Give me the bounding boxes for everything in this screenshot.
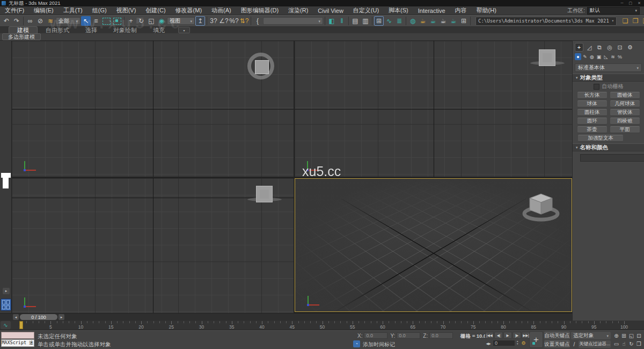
menu-item[interactable]: 编辑(E) <box>29 6 58 14</box>
polygon-modeling-panel-button[interactable]: 多边形建模 <box>2 33 41 40</box>
previous-frame-button[interactable]: ◀| <box>494 332 503 339</box>
frame-spinner[interactable]: ▲▼ <box>516 340 518 346</box>
project-folder-icon-1[interactable]: ❏ <box>620 16 630 26</box>
primitive-button[interactable]: 球体 <box>577 100 607 107</box>
material-editor-icon[interactable]: ◍ <box>408 16 418 26</box>
next-frame-button[interactable]: |▶ <box>513 332 521 339</box>
project-folder-field[interactable]: C:\Users\Administrator\Documents\3ds Max… <box>475 17 617 26</box>
menu-item[interactable]: 文件(F) <box>0 6 29 14</box>
menu-item[interactable]: 帮助(H) <box>472 6 501 14</box>
current-frame-marker[interactable] <box>19 321 23 329</box>
time-slider-handle[interactable]: 0 / 100 <box>20 314 57 320</box>
select-object-icon[interactable]: ↖ <box>81 16 91 26</box>
schematic-view-icon[interactable]: ≣ <box>394 16 404 26</box>
next-key-button[interactable]: ▸ <box>58 314 64 320</box>
ribbon-tab[interactable]: 自由形式 <box>38 27 77 33</box>
key-tangents-icon[interactable]: / <box>571 340 577 348</box>
render-flyout-icon[interactable]: ⊞ <box>459 16 469 26</box>
previous-key-button[interactable]: ◂ <box>13 314 19 320</box>
select-and-move-icon[interactable]: + <box>126 16 136 26</box>
window-crossing-icon[interactable] <box>113 18 121 25</box>
key-mode-toggle-icon[interactable]: ◀▶ <box>485 341 492 345</box>
primitive-button[interactable]: 长方体 <box>577 92 607 99</box>
name-color-rollout-header[interactable]: ▾ 名称和颜色 <box>573 143 644 151</box>
bind-to-space-warp-icon[interactable]: ≋ <box>46 16 55 26</box>
time-tag-label[interactable]: 添加时间标记 <box>363 341 395 348</box>
close-button[interactable]: ✕ <box>638 1 641 5</box>
modify-tab[interactable]: ◿ <box>585 43 594 52</box>
shapes-category[interactable]: ✎ <box>582 53 588 60</box>
render-in-cloud-icon[interactable]: ☕ <box>449 16 458 26</box>
menu-item[interactable]: Interactive <box>413 8 450 14</box>
toggle-scene-explorer-icon[interactable]: ⊞ <box>374 16 384 26</box>
primitive-button[interactable]: 茶壶 <box>577 126 607 133</box>
ribbon-tab[interactable]: 选择 <box>77 27 105 33</box>
zoom-extents-all-icon[interactable]: ⊡ <box>635 332 642 339</box>
x-coordinate-field[interactable]: 0.0 <box>364 332 387 339</box>
menu-item[interactable]: Civil View <box>313 8 348 14</box>
undo-icon[interactable]: ↶ <box>2 16 11 26</box>
menu-item[interactable]: 修改器(M) <box>171 6 207 14</box>
absolute-offset-icon[interactable] <box>349 333 356 340</box>
minimize-button[interactable]: ─ <box>621 1 624 5</box>
macro-recorder-field[interactable] <box>1 332 34 339</box>
motion-tab[interactable]: ◎ <box>605 43 614 52</box>
reference-coordinate-dropdown[interactable]: 视图▾ <box>167 17 195 25</box>
menu-item[interactable]: 视图(V) <box>112 6 141 14</box>
auto-key-button[interactable]: 自动关键点 <box>544 332 570 339</box>
menu-item[interactable]: 内容 <box>450 6 472 14</box>
orbit-icon[interactable]: ↻ <box>628 340 635 347</box>
angle-snap-icon[interactable]: ∠? <box>219 16 229 26</box>
layer-manager-icon[interactable]: ▤ <box>350 16 360 26</box>
key-selection-dropdown[interactable]: 选定对象 ▾ <box>571 332 611 339</box>
hierarchy-tab[interactable]: ⧉ <box>595 43 604 52</box>
key-settings-icon[interactable]: ⚙ <box>519 340 527 346</box>
primitive-button[interactable]: 圆锥体 <box>610 92 640 99</box>
maximize-viewport-toggle[interactable]: ❒ <box>635 340 642 347</box>
align-icon[interactable]: ‖ <box>337 16 347 26</box>
curve-editor-icon[interactable]: ∿ <box>384 16 394 26</box>
primitive-button[interactable]: 几何球体 <box>610 100 640 107</box>
lights-category[interactable]: ◍ <box>589 53 595 60</box>
key-filters-button[interactable]: 关键点过滤器... <box>579 340 611 348</box>
object-type-rollout-header[interactable]: ▾ 对象类型 <box>573 74 644 82</box>
set-key-button[interactable]: 设置关键点 <box>544 340 570 348</box>
menu-item[interactable]: 渲染(R) <box>283 6 313 14</box>
render-setup-icon[interactable]: ☕ <box>418 16 428 26</box>
select-by-name-icon[interactable]: ≡ <box>91 16 101 26</box>
play-button[interactable]: ▶ <box>503 332 512 339</box>
helpers-category[interactable]: ◺ <box>603 53 609 60</box>
primitive-button[interactable]: 管状体 <box>610 109 640 116</box>
select-and-place-icon[interactable]: ◉ <box>157 16 166 26</box>
object-name-input[interactable] <box>580 154 644 162</box>
spinner-snap-icon[interactable]: ⇅? <box>239 16 249 26</box>
named-selection-sets-dropdown[interactable]: ▾ <box>263 17 323 25</box>
space-warps-category[interactable]: ≋ <box>610 53 616 60</box>
pan-icon[interactable]: ☝ <box>620 340 627 347</box>
ribbon-tab[interactable]: 填充 <box>145 27 173 33</box>
zoom-icon[interactable]: ⊕ <box>613 332 620 339</box>
time-tag-icon[interactable]: ◔ <box>353 340 360 347</box>
project-folder-icon-3[interactable]: ❑ <box>641 16 644 26</box>
maximize-button[interactable]: ▢ <box>629 1 633 5</box>
ribbon-tab[interactable]: 建模 <box>9 26 38 33</box>
ribbon-tab[interactable]: 对象绘制 <box>105 27 145 33</box>
viewport-layout-tab-icon[interactable] <box>1 299 11 311</box>
primitive-button[interactable]: 平面 <box>610 126 640 133</box>
isolate-selection-icon[interactable] <box>330 333 337 340</box>
menu-item[interactable]: 工具(T) <box>58 6 87 14</box>
viewport-top[interactable] <box>12 41 294 177</box>
workspace-dropdown[interactable]: 默认 ▾ <box>587 7 640 14</box>
create-tab[interactable]: + <box>575 43 583 52</box>
menu-item[interactable]: 组(G) <box>87 6 112 14</box>
systems-category[interactable]: % <box>617 53 623 60</box>
menu-item[interactable]: 脚本(S) <box>384 6 413 14</box>
go-to-start-button[interactable]: |◀◀ <box>485 332 494 339</box>
display-tab[interactable]: ⊡ <box>616 43 624 52</box>
primitive-button[interactable]: 四棱锥 <box>610 118 640 125</box>
viewcube[interactable] <box>530 48 565 72</box>
ribbon-minimize-icon[interactable]: ▾ <box>178 27 190 33</box>
primitive-button[interactable]: 圆环 <box>577 118 607 125</box>
viewport-front[interactable] <box>295 41 572 177</box>
time-slider-track[interactable]: ◂ 0 / 100 ▸ <box>0 313 572 321</box>
